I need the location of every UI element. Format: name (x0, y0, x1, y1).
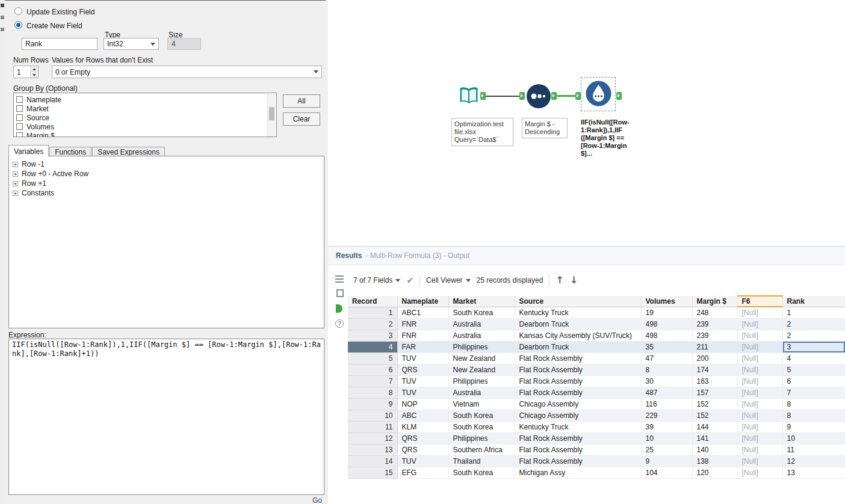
workflow-canvas[interactable]: Optimization testfile.xlsxQuery=`Data$` … (328, 0, 845, 246)
cell[interactable]: [Null] (737, 330, 782, 342)
checkbox-unchecked[interactable] (16, 132, 23, 137)
tree-item-constants[interactable]: +Constants (10, 188, 323, 198)
cell[interactable]: 39 (641, 422, 692, 433)
scroll-up-arrow-icon[interactable]: ↑ (556, 275, 563, 285)
cell[interactable]: TUV (397, 456, 448, 467)
cell[interactable]: 13 (782, 467, 845, 479)
cell[interactable]: TUV (397, 353, 448, 364)
expand-plus-icon[interactable]: + (13, 181, 18, 186)
fields-selector-dropdown[interactable]: 7 of 7 Fields (353, 276, 400, 284)
scroll-down-arrow-icon[interactable]: ↓ (570, 275, 578, 285)
cell[interactable]: Flat Rock Assembly (515, 456, 641, 467)
group-by-item-volumes[interactable]: Volumes (14, 122, 276, 131)
cell[interactable]: Philippines (448, 342, 515, 353)
messages-view-icon[interactable] (335, 275, 344, 283)
all-button[interactable]: All (283, 94, 320, 108)
cell[interactable]: 47 (641, 353, 692, 364)
cell[interactable]: ABC1 (397, 307, 448, 319)
table-row[interactable]: 3FNRAustraliaKansas City Assembly (SUV/T… (348, 330, 845, 342)
group-by-item-margin[interactable]: Margin $ (14, 131, 276, 137)
cell[interactable]: Chicago Assembly (515, 410, 641, 422)
cell[interactable]: 9 (782, 422, 845, 433)
type-dropdown[interactable]: Int32 (104, 38, 159, 50)
clear-button[interactable]: Clear (283, 112, 320, 126)
cell[interactable]: [Null] (737, 422, 782, 433)
cell[interactable]: 10 (641, 433, 692, 444)
tab-variables[interactable]: Variables (8, 145, 49, 156)
cell[interactable]: [Null] (737, 467, 782, 479)
cell[interactable]: ABC (397, 410, 448, 422)
output-anchor[interactable] (480, 92, 486, 100)
checkbox-unchecked[interactable] (16, 123, 23, 130)
cell[interactable]: 6 (782, 376, 845, 387)
cell[interactable]: 8 (641, 364, 692, 376)
cell[interactable]: Dearborn Truck (515, 342, 641, 353)
cell[interactable]: 10 (782, 433, 845, 444)
group-by-item-nameplate[interactable]: Nameplate (14, 95, 276, 104)
cell[interactable]: 8 (782, 410, 845, 422)
cell[interactable]: Chicago Assembly (515, 399, 641, 410)
multi-row-formula-tool-icon[interactable] (585, 80, 612, 107)
cell[interactable]: FNR (397, 330, 448, 342)
record-number-cell[interactable]: 2 (348, 319, 397, 330)
cell[interactable]: 4 (782, 353, 845, 364)
cell-viewer-dropdown[interactable]: Cell Viewer (426, 276, 470, 284)
num-rows-spinner[interactable]: 1 (13, 66, 39, 78)
output-anchor[interactable] (616, 92, 622, 100)
cell[interactable]: Flat Rock Assembly (515, 444, 641, 456)
record-number-cell[interactable]: 5 (348, 353, 397, 364)
dock-icon[interactable] (1, 16, 4, 19)
checkbox-unchecked[interactable] (16, 96, 23, 103)
cell[interactable]: 239 (692, 330, 737, 342)
expand-plus-icon[interactable]: + (13, 162, 18, 167)
column-header-record[interactable]: Record (348, 296, 397, 307)
group-by-item-source[interactable]: Source (14, 113, 276, 122)
cell[interactable]: Flat Rock Assembly (515, 353, 641, 364)
cell[interactable]: South Korea (448, 410, 515, 422)
record-number-cell[interactable]: 8 (348, 387, 397, 399)
cell[interactable]: 239 (692, 319, 737, 330)
cell[interactable]: 487 (641, 387, 692, 399)
cell[interactable]: Australia (448, 319, 515, 330)
cell[interactable]: 12 (782, 456, 845, 467)
column-header-source[interactable]: Source (515, 296, 641, 307)
record-number-cell[interactable]: 3 (348, 330, 397, 342)
cell[interactable]: QRS (397, 444, 448, 456)
spinner-up-icon[interactable] (31, 66, 38, 72)
cell[interactable]: [Null] (737, 307, 782, 319)
cell[interactable]: 104 (641, 467, 692, 479)
output-anchor[interactable] (551, 92, 557, 100)
input-anchor[interactable] (519, 92, 525, 100)
scrollbar-thumb[interactable] (269, 107, 274, 120)
cell[interactable]: 30 (641, 376, 692, 387)
cell[interactable]: Dearborn Truck (515, 319, 641, 330)
cell[interactable]: 11 (782, 444, 845, 456)
cell[interactable]: 152 (692, 410, 737, 422)
column-header-f6[interactable]: F6 (737, 296, 782, 307)
input-data-tool-icon[interactable] (457, 85, 480, 108)
cell[interactable]: 144 (692, 422, 737, 433)
tool-annotation[interactable]: Optimization testfile.xlsxQuery=`Data$` (451, 118, 513, 146)
cell[interactable]: 229 (641, 410, 692, 422)
table-row[interactable]: 9NOPVietnamChicago Assembly116152[Null]8 (348, 399, 845, 410)
cell[interactable]: 1 (782, 307, 845, 319)
checkbox-unchecked[interactable] (16, 114, 23, 121)
cell[interactable]: 140 (692, 444, 737, 456)
dock-icon[interactable] (1, 4, 4, 7)
cell[interactable]: 157 (692, 387, 737, 399)
cell[interactable]: 2 (782, 330, 845, 342)
cell[interactable]: QRS (397, 433, 448, 444)
cell[interactable]: 116 (641, 399, 692, 410)
table-row[interactable]: 4FARPhilippinesDearborn Truck35211[Null]… (348, 342, 845, 353)
checkbox-unchecked[interactable] (16, 105, 23, 112)
cell[interactable]: 498 (641, 330, 692, 342)
cell[interactable]: Kentucky Truck (515, 307, 641, 319)
cell[interactable]: Kansas City Assembly (SUV/Truck) (515, 330, 641, 342)
cell[interactable]: 138 (692, 456, 737, 467)
cell[interactable]: South Korea (448, 467, 515, 479)
cell[interactable]: Southern Africa (448, 444, 515, 456)
cell[interactable]: Flat Rock Assembly (515, 364, 641, 376)
cell[interactable]: 19 (641, 307, 692, 319)
cell[interactable]: Kentucky Truck (515, 422, 641, 433)
cell[interactable]: Flat Rock Assembly (515, 387, 641, 399)
